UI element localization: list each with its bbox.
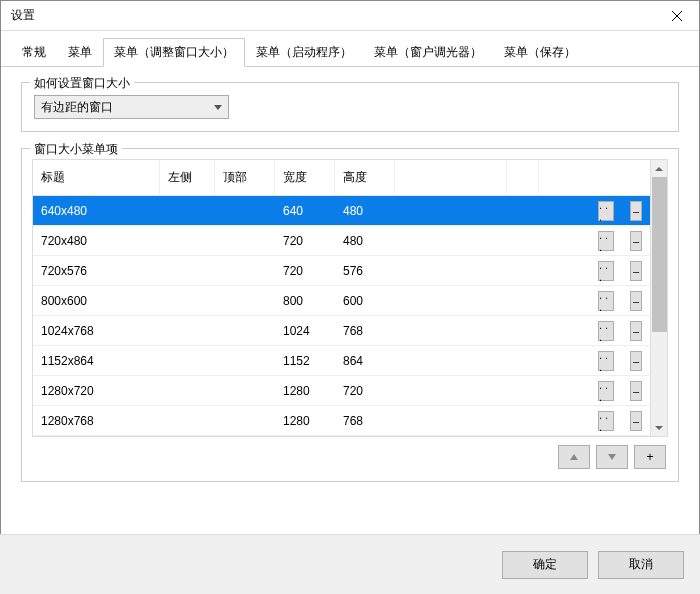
col-header-rest bbox=[395, 160, 507, 195]
window-title: 设置 bbox=[11, 7, 35, 24]
plus-icon: + bbox=[646, 450, 653, 464]
cell-height: 600 bbox=[335, 290, 395, 312]
table-row[interactable]: 800x600800600. . .– bbox=[33, 286, 650, 316]
cell-edit: . . . bbox=[590, 317, 622, 345]
row-remove-button[interactable]: – bbox=[630, 381, 642, 401]
chevron-down-icon bbox=[214, 105, 222, 110]
row-remove-button[interactable]: – bbox=[630, 231, 642, 251]
cell-width: 800 bbox=[275, 290, 335, 312]
sizer-legend: 如何设置窗口大小 bbox=[30, 75, 134, 92]
table-body: 640x480640480. . .–720x480720480. . .–72… bbox=[33, 196, 650, 436]
cell-top bbox=[215, 327, 275, 335]
arrow-down-icon bbox=[608, 454, 616, 460]
row-edit-button[interactable]: . . . bbox=[598, 291, 614, 311]
cell-remove: – bbox=[622, 377, 650, 405]
table-header: 标题 左侧 顶部 宽度 高度 bbox=[33, 160, 650, 196]
scroll-down-button[interactable] bbox=[651, 419, 667, 436]
row-remove-button[interactable]: – bbox=[630, 261, 642, 281]
content: 如何设置窗口大小 有边距的窗口 窗口大小菜单项 标题 左侧 顶部 宽度 高度 6… bbox=[1, 67, 699, 502]
cell-remove: – bbox=[622, 317, 650, 345]
cell-left bbox=[160, 327, 215, 335]
scroll-up-button[interactable] bbox=[651, 160, 667, 177]
col-header-remove bbox=[539, 160, 650, 195]
row-edit-button[interactable]: . . . bbox=[598, 261, 614, 281]
cell-rest bbox=[395, 267, 590, 275]
tab-4[interactable]: 菜单（窗户调光器） bbox=[363, 38, 493, 67]
cell-title: 800x600 bbox=[33, 290, 160, 312]
cell-top bbox=[215, 267, 275, 275]
close-button[interactable] bbox=[654, 1, 699, 31]
row-remove-button[interactable]: – bbox=[630, 201, 642, 221]
ok-button[interactable]: 确定 bbox=[502, 551, 588, 579]
cell-title: 1280x768 bbox=[33, 410, 160, 432]
row-edit-button[interactable]: . . . bbox=[598, 321, 614, 341]
cell-height: 480 bbox=[335, 230, 395, 252]
cell-left bbox=[160, 357, 215, 365]
row-edit-button[interactable]: . . . bbox=[598, 231, 614, 251]
cell-remove: – bbox=[622, 227, 650, 255]
move-up-button[interactable] bbox=[558, 445, 590, 469]
table-row[interactable]: 1280x7201280720. . .– bbox=[33, 376, 650, 406]
cell-width: 720 bbox=[275, 230, 335, 252]
tab-2[interactable]: 菜单（调整窗口大小） bbox=[103, 38, 245, 67]
cell-remove: – bbox=[622, 197, 650, 225]
list-fieldset: 窗口大小菜单项 标题 左侧 顶部 宽度 高度 640x480640480. . … bbox=[21, 148, 679, 482]
cell-left bbox=[160, 417, 215, 425]
cell-title: 1024x768 bbox=[33, 320, 160, 342]
cell-height: 768 bbox=[335, 320, 395, 342]
cancel-button[interactable]: 取消 bbox=[598, 551, 684, 579]
cell-width: 1152 bbox=[275, 350, 335, 372]
cell-left bbox=[160, 207, 215, 215]
list-actions: + bbox=[32, 437, 668, 471]
table-row[interactable]: 1152x8641152864. . .– bbox=[33, 346, 650, 376]
row-edit-button[interactable]: . . . bbox=[598, 381, 614, 401]
tab-1[interactable]: 菜单 bbox=[57, 38, 103, 67]
cell-top bbox=[215, 387, 275, 395]
table-row[interactable]: 640x480640480. . .– bbox=[33, 196, 650, 226]
row-edit-button[interactable]: . . . bbox=[598, 411, 614, 431]
table-row[interactable]: 1280x7681280768. . .– bbox=[33, 406, 650, 436]
col-header-edit bbox=[507, 160, 539, 195]
row-remove-button[interactable]: – bbox=[630, 351, 642, 371]
table-row[interactable]: 1024x7681024768. . .– bbox=[33, 316, 650, 346]
col-header-left[interactable]: 左侧 bbox=[160, 160, 215, 195]
row-remove-button[interactable]: – bbox=[630, 291, 642, 311]
move-down-button[interactable] bbox=[596, 445, 628, 469]
cell-rest bbox=[395, 417, 590, 425]
cell-top bbox=[215, 237, 275, 245]
col-header-height[interactable]: 高度 bbox=[335, 160, 395, 195]
tab-3[interactable]: 菜单（启动程序） bbox=[245, 38, 363, 67]
row-edit-button[interactable]: . . . bbox=[598, 201, 614, 221]
cell-title: 720x576 bbox=[33, 260, 160, 282]
tab-0[interactable]: 常规 bbox=[11, 38, 57, 67]
cell-remove: – bbox=[622, 287, 650, 315]
scrollbar[interactable] bbox=[650, 160, 667, 436]
add-button[interactable]: + bbox=[634, 445, 666, 469]
scroll-track[interactable] bbox=[651, 177, 667, 419]
titlebar: 设置 bbox=[1, 1, 699, 31]
sizer-fieldset: 如何设置窗口大小 有边距的窗口 bbox=[21, 82, 679, 132]
cell-title: 1152x864 bbox=[33, 350, 160, 372]
scroll-thumb[interactable] bbox=[652, 177, 667, 332]
arrow-up-icon bbox=[570, 454, 578, 460]
table-row[interactable]: 720x576720576. . .– bbox=[33, 256, 650, 286]
col-header-top[interactable]: 顶部 bbox=[215, 160, 275, 195]
cell-edit: . . . bbox=[590, 407, 622, 435]
cell-edit: . . . bbox=[590, 257, 622, 285]
col-header-width[interactable]: 宽度 bbox=[275, 160, 335, 195]
row-remove-button[interactable]: – bbox=[630, 321, 642, 341]
cell-width: 1280 bbox=[275, 410, 335, 432]
col-header-title[interactable]: 标题 bbox=[33, 160, 160, 195]
cell-left bbox=[160, 297, 215, 305]
row-remove-button[interactable]: – bbox=[630, 411, 642, 431]
cell-height: 864 bbox=[335, 350, 395, 372]
tab-5[interactable]: 菜单（保存） bbox=[493, 38, 587, 67]
sizer-dropdown[interactable]: 有边距的窗口 bbox=[34, 95, 229, 119]
row-edit-button[interactable]: . . . bbox=[598, 351, 614, 371]
cell-width: 1280 bbox=[275, 380, 335, 402]
cell-left bbox=[160, 387, 215, 395]
cell-remove: – bbox=[622, 257, 650, 285]
table-row[interactable]: 720x480720480. . .– bbox=[33, 226, 650, 256]
chevron-down-icon bbox=[655, 426, 663, 430]
cell-rest bbox=[395, 207, 590, 215]
